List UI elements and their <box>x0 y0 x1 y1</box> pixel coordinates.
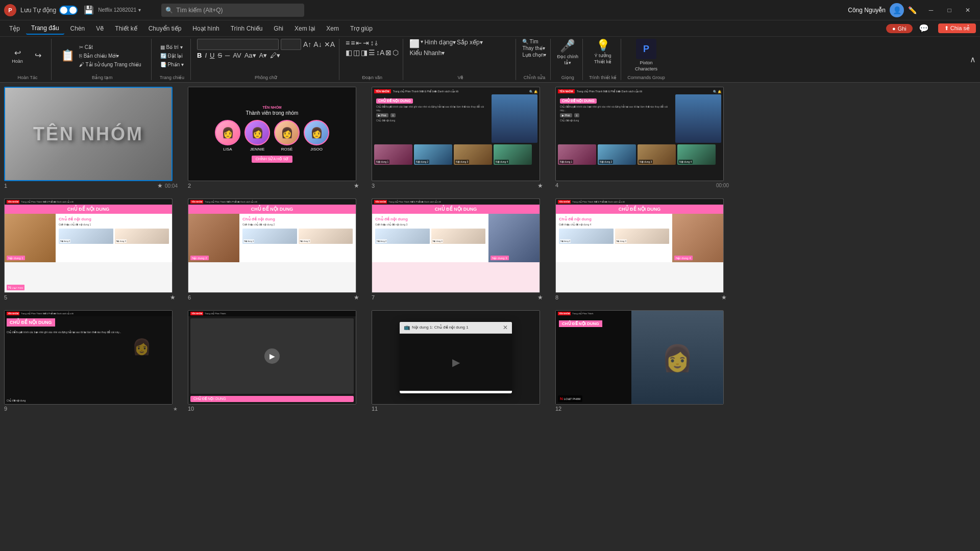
close-button[interactable]: ✕ <box>960 3 976 17</box>
menu-animations[interactable]: Hoạt hình <box>187 23 224 34</box>
numbering-button[interactable]: ≡ <box>351 39 355 47</box>
slide3-netflix-logo: TÊN NHÓM <box>374 89 391 93</box>
menu-draw[interactable]: Vẽ <box>91 23 109 34</box>
justify-button[interactable]: ☰ <box>369 48 375 57</box>
slide-thumb-10: TÊN NHÓM Trang chủ Phim Thành ▶ CHỦ ĐỀ N… <box>188 310 356 405</box>
save-button[interactable]: 💾 <box>84 5 94 15</box>
slide-item-5[interactable]: TÊN NHÓM Trang chủ Phim Thành Mới & Phổ … <box>4 198 178 302</box>
slide-star-6: ★ <box>354 294 359 301</box>
slide3-desc: Chủ để thuyết trình các bạn nhé ghi vào … <box>376 105 487 112</box>
changecase-button[interactable]: Aa▾ <box>244 52 256 59</box>
slide-item-4[interactable]: TÊN NHÓM Trang chủ Phim Thành Mới & Phổ … <box>555 87 729 190</box>
minimize-button[interactable]: ─ <box>923 3 939 17</box>
shape-select[interactable]: ⬜ <box>409 39 420 48</box>
slide3-subject: CHỦ ĐỀ NỘI DUNG <box>376 98 413 104</box>
decrease-font-button[interactable]: A↓ <box>313 40 322 48</box>
filename-dropdown[interactable]: ▾ <box>138 7 141 13</box>
arrange-button[interactable]: Sắp xếp▾ <box>457 39 483 48</box>
record-button[interactable]: ● Ghi <box>886 24 913 33</box>
strikethrough-button[interactable]: S <box>217 52 222 59</box>
menu-insert[interactable]: Chèn <box>65 23 90 34</box>
slide-item-6[interactable]: TÊN NHÓM Trang chủ Phim Thành Mới & Phổ … <box>188 198 361 302</box>
shapes-more[interactable]: ▾ <box>421 39 423 48</box>
fontcolor-button[interactable]: A▾ <box>259 52 267 59</box>
charspacing-button[interactable]: AV <box>233 52 241 59</box>
linespacing-button[interactable]: ↕ <box>370 39 374 47</box>
decrease-indent-button[interactable]: ⇤ <box>356 39 362 47</box>
undo-button[interactable]: ↩Hoàn <box>8 46 27 65</box>
ribbon-group-voice: 🎤 Đọc chính tả▾ Giọng <box>553 39 583 80</box>
menu-help[interactable]: Trợ giúp <box>345 23 378 34</box>
menu-view[interactable]: Xem <box>321 23 344 34</box>
user-avatar[interactable]: 👤 <box>890 3 904 17</box>
shadow-button[interactable]: ─ <box>225 52 230 59</box>
autosave-toggle[interactable] <box>59 6 78 15</box>
slide-number-10: 10 <box>188 406 194 412</box>
section-button[interactable]: 📑 Phần ▾ <box>158 61 186 68</box>
slide-number-1: 1 <box>4 183 7 189</box>
slide3-hero <box>492 94 537 143</box>
find-button[interactable]: Tìm <box>529 39 538 44</box>
bold-button[interactable]: B <box>197 52 202 59</box>
increase-font-button[interactable]: A↑ <box>303 40 311 48</box>
titlebar: P Lưu Tự động 💾 Netflix 12082021 ▾ 🔍 Tìm… <box>0 0 980 20</box>
reset-button[interactable]: 🔄 Đặt lại <box>158 52 186 60</box>
slide-star-5: ★ <box>170 294 176 301</box>
share-button[interactable]: ⬆ Chia sẻ <box>938 23 976 33</box>
slide-info-3: 3 ★ <box>372 181 545 190</box>
slide-thumb-5: TÊN NHÓM Trang chủ Phim Thành Mới & Phổ … <box>4 198 173 293</box>
settings-icon[interactable]: ✏️ <box>908 6 917 14</box>
shape-arrange-button[interactable]: Hình dạng▾ <box>424 39 456 48</box>
menu-transitions[interactable]: Chuyển tiếp <box>143 23 187 34</box>
slide-thumb-6: TÊN NHÓM Trang chủ Phim Thành Mới & Phổ … <box>188 198 356 293</box>
slide-thumb-11: 📺 Nội dung 1: Chủ đề nội dung 1 ✕ ▶ <box>372 310 540 405</box>
redo-button[interactable]: ↪ <box>29 49 47 63</box>
cut-button[interactable]: ✂ Cắt <box>77 43 144 51</box>
font-name-box[interactable] <box>197 39 279 50</box>
paste-button[interactable]: 📋 ✂ Cắt ⎘ Bản chiếu Mới▾ 🖌 Tải sử dụng T… <box>58 42 147 70</box>
menu-record[interactable]: Ghi <box>268 23 288 34</box>
search-box[interactable]: 🔍 Tìm kiếm (Alt+Q) <box>161 4 304 17</box>
format-painter-button[interactable]: 🖌 Tải sử dụng Trang chiếu <box>77 61 144 68</box>
slide-item-2[interactable]: TÊN NHÓM Thành viên trong nhóm 👩 LISA <box>188 87 361 190</box>
replace-button[interactable]: Thay thế▾ <box>522 45 545 51</box>
clear-format-button[interactable]: ✕A <box>324 40 335 48</box>
layout-button[interactable]: ▦ Bố trí ▾ <box>158 43 186 51</box>
align-right-button[interactable]: ◨ <box>361 48 368 57</box>
comment-button[interactable]: 💬 <box>916 23 932 33</box>
slide-item-9[interactable]: TÊN NHÓM Trang chủ Phim Thành Mới & Phổ … <box>4 310 178 413</box>
group-label-commands: Commands Group <box>627 73 665 80</box>
bullets-button[interactable]: ≡ <box>346 39 350 47</box>
menu-design[interactable]: Thiết kế <box>110 23 142 34</box>
slides-scroll-area[interactable]: TÊN NHÓM 1 ★ 00:04 TÊN NHÓM Thành viên t… <box>0 83 980 551</box>
menu-slideshow[interactable]: Trình Chiếu <box>226 23 268 34</box>
slide-thumb-1: TÊN NHÓM <box>4 87 173 181</box>
italic-button[interactable]: I <box>205 52 207 59</box>
ribbon-collapse-button[interactable]: ∧ <box>970 55 976 64</box>
smartart-button[interactable]: ⬡ <box>393 48 399 57</box>
slide-item-11[interactable]: 📺 Nội dung 1: Chủ đề nội dung 1 ✕ ▶ <box>372 310 545 413</box>
menu-file[interactable]: Tệp <box>4 23 25 34</box>
text-direction-button[interactable]: ↕A <box>376 48 384 57</box>
slide-item-10[interactable]: TÊN NHÓM Trang chủ Phim Thành ▶ CHỦ ĐỀ N… <box>188 310 361 413</box>
menu-home[interactable]: Trang đầu <box>26 22 64 35</box>
slide-item-8[interactable]: TÊN NHÓM Trang chủ Phim Thành Mới & Phổ … <box>555 198 729 302</box>
underline-button[interactable]: U <box>210 52 214 59</box>
increase-indent-button[interactable]: ⇥ <box>363 39 369 47</box>
slide-item-7[interactable]: TÊN NHÓM Trang chủ Phim Thành Mới & Phổ … <box>372 198 545 302</box>
slide-item-12[interactable]: TÊN NHÓM Trang chủ Phim Thành 👩 CHỦ ĐỀ N… <box>555 310 729 413</box>
highlight-button[interactable]: 🖊▾ <box>270 52 280 59</box>
select-button[interactable]: Lựa chọn▾ <box>522 52 546 58</box>
maximize-button[interactable]: □ <box>941 3 958 17</box>
slide-item-3[interactable]: TÊN NHÓM Trang chủ Phim Thành Mới & Phổ … <box>372 87 545 190</box>
align-center-button[interactable]: ◫ <box>353 48 360 57</box>
copy-button[interactable]: ⎘ Bản chiếu Mới▾ <box>77 52 144 60</box>
style-button[interactable]: Kiểu Nhanh▾ <box>409 49 445 57</box>
filename-area: Netflix 12082021 ▾ <box>98 7 141 13</box>
column-button[interactable]: ⫰ <box>375 39 378 47</box>
menu-review[interactable]: Xem lại <box>289 23 320 34</box>
align-left-button[interactable]: ◧ <box>346 48 352 57</box>
slide-item-1[interactable]: TÊN NHÓM 1 ★ 00:04 <box>4 87 178 190</box>
font-size-box[interactable] <box>281 39 301 50</box>
textalign-button[interactable]: ⊠ <box>385 48 391 57</box>
